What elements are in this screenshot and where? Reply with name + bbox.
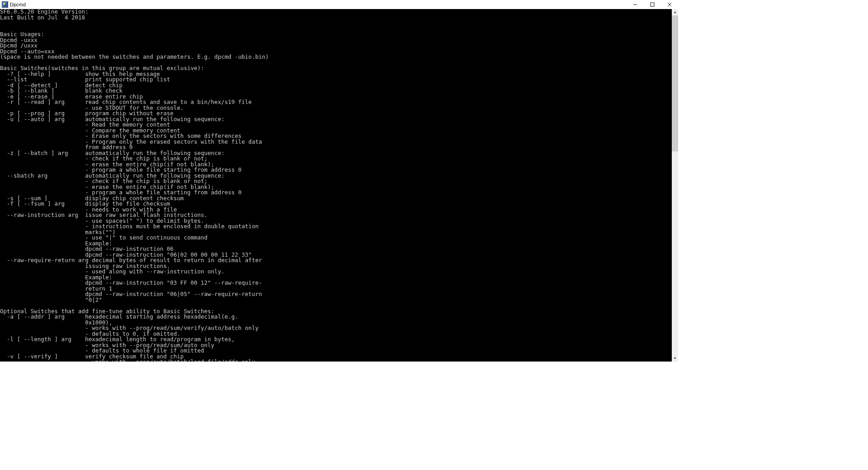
window-title: Dpcmd bbox=[10, 2, 26, 7]
console-area: SF6.0.5.20 Engine Version: Last Built on… bbox=[0, 9, 678, 362]
vertical-scrollbar[interactable] bbox=[672, 9, 678, 362]
scroll-up-button[interactable] bbox=[672, 9, 678, 15]
scrollbar-track[interactable] bbox=[672, 15, 678, 355]
app-window: Dpcmd SF6.0.5.20 Engine Version: Last Bu… bbox=[0, 0, 678, 362]
scroll-down-button[interactable] bbox=[672, 355, 678, 362]
console-output[interactable]: SF6.0.5.20 Engine Version: Last Built on… bbox=[0, 9, 672, 362]
minimize-button[interactable] bbox=[627, 0, 644, 9]
titlebar[interactable]: Dpcmd bbox=[0, 0, 678, 9]
svg-rect-1 bbox=[651, 3, 654, 6]
svg-marker-4 bbox=[674, 11, 676, 13]
close-button[interactable] bbox=[661, 0, 678, 9]
scrollbar-thumb[interactable] bbox=[672, 15, 678, 151]
window-controls bbox=[627, 0, 678, 9]
svg-marker-5 bbox=[674, 357, 676, 359]
app-icon bbox=[2, 1, 8, 8]
maximize-button[interactable] bbox=[644, 0, 661, 9]
